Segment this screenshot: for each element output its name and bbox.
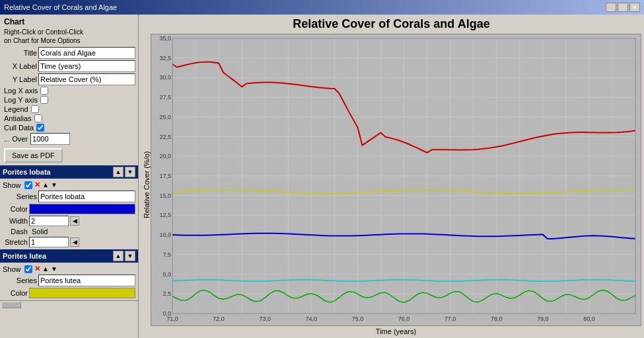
series1-title: Porites lobata [3,168,51,176]
series1-show-label: Show [3,181,22,189]
chart-inner: Relative Cover (%/o) Time (years) [141,34,641,335]
series2-scroll-up[interactable]: ▲ [113,251,124,261]
close-button[interactable]: ✕ [629,3,640,12]
scrollbar-thumb[interactable] [1,302,21,308]
title-bar: Relative Cover of Corals and Algae _ □ ✕ [0,0,644,15]
legend-row: Legend [0,105,138,114]
series1-up-button[interactable]: ▲ [42,181,49,189]
series1-dash-label: Dash [3,228,28,235]
log-y-label: Log Y axis [4,96,38,104]
log-y-checkbox[interactable] [40,96,48,104]
log-x-checkbox[interactable] [40,87,48,95]
chart-title: Relative Cover of Corals and Algae [141,17,641,31]
ylabel-input[interactable] [38,73,135,85]
title-row: Title [0,46,138,60]
series1-color-row: Color [0,203,138,215]
series1-stretch-input[interactable] [29,237,69,247]
over-row: ... Over [0,132,138,146]
chart-section-header: Chart [0,15,138,28]
series2-series-input[interactable] [38,275,135,286]
series1-header[interactable]: Porites lobata ▲ ▼ [0,165,138,179]
x-axis-label: Time (years) [151,327,641,335]
series2-delete-button[interactable]: ✕ [34,265,40,273]
window-controls[interactable]: _ □ ✕ [606,3,640,12]
series2-up-button[interactable]: ▲ [42,265,49,273]
series1-dash-value: Solid [32,228,48,235]
ylabel-label: Y Label [3,75,37,83]
series1-color-swatch[interactable] [29,204,135,214]
series2-show-checkbox[interactable] [24,265,32,273]
series2-series-row: Series [0,274,138,287]
series1-scroll-up[interactable]: ▲ [113,167,124,177]
series1-scroll-down[interactable]: ▼ [125,167,135,177]
plot-area[interactable] [151,34,641,326]
cull-data-label: Cull Data [4,124,34,132]
chart-with-x: Time (years) [151,34,641,335]
series1-stretch-row: Stretch ◀ [0,236,138,248]
series1-series-input[interactable] [38,190,135,202]
series1-down-button[interactable]: ▼ [51,181,57,189]
antialias-checkbox[interactable] [34,114,42,122]
series2-series-label: Series [3,276,37,284]
antialias-label: Antialias [4,114,32,122]
series2-title: Porites lutea [3,252,46,260]
cull-data-row: Cull Data [0,123,138,132]
series2-color-label: Color [3,289,28,297]
series2-scroll-down[interactable]: ▼ [125,251,135,261]
left-panel: Chart Right-Click or Control-Click on Ch… [0,15,139,338]
title-label: Title [3,49,37,57]
legend-checkbox[interactable] [31,105,39,113]
series1-series-label: Series [3,192,37,200]
log-y-row: Log Y axis [0,95,138,105]
right-click-hint: Right-Click or Control-Click on Chart fo… [0,28,138,46]
save-pdf-button[interactable]: Save as PDF [4,148,63,163]
title-input[interactable] [38,47,135,59]
legend-label: Legend [4,105,28,113]
restore-button[interactable]: □ [618,3,628,12]
series2-color-swatch[interactable] [29,288,135,298]
series2-color-row: Color [0,287,138,299]
series1-content: Show ✕ ▲ ▼ Series Color Width ◀ Dash [0,179,138,249]
y-axis-label: Relative Cover (%/o) [141,34,151,335]
window-title: Relative Cover of Corals and Algae [4,3,117,11]
ylabel-row: Y Label [0,73,138,86]
series2-content: Show ✕ ▲ ▼ Series Color [0,263,138,300]
chart-area: Relative Cover of Corals and Algae Relat… [139,15,644,338]
main-container: Chart Right-Click or Control-Click on Ch… [0,15,644,338]
log-x-row: Log X axis [0,86,138,95]
panel-scrollbar[interactable] [0,300,138,308]
series1-series-row: Series [0,190,138,203]
series1-show-row: Show ✕ ▲ ▼ [0,180,138,190]
series1-stretch-scroll[interactable]: ◀ [70,237,79,247]
xlabel-label: X Label [3,62,37,70]
log-x-label: Log X axis [4,87,38,95]
series1-width-scroll[interactable]: ◀ [70,216,79,226]
minimize-button[interactable]: _ [606,3,616,12]
series1-show-checkbox[interactable] [24,181,32,189]
cull-data-checkbox[interactable] [36,124,44,132]
series1-dash-row: Dash Solid [0,227,138,236]
series1-width-row: Width ◀ [0,215,138,227]
xlabel-input[interactable] [38,60,135,72]
over-input[interactable] [30,133,70,145]
series2-show-label: Show [3,265,22,273]
over-label: ... Over [4,135,28,143]
series2-show-row: Show ✕ ▲ ▼ [0,264,138,274]
series1-width-input[interactable] [29,216,69,226]
xlabel-row: X Label [0,60,138,73]
series1-delete-button[interactable]: ✕ [34,181,40,189]
series1-width-label: Width [3,217,28,225]
antialias-row: Antialias [0,114,138,123]
series1-stretch-label: Stretch [3,238,28,246]
series2-header[interactable]: Porites lutea ▲ ▼ [0,249,138,263]
series2-down-button[interactable]: ▼ [51,265,57,273]
series1-color-label: Color [3,205,28,213]
